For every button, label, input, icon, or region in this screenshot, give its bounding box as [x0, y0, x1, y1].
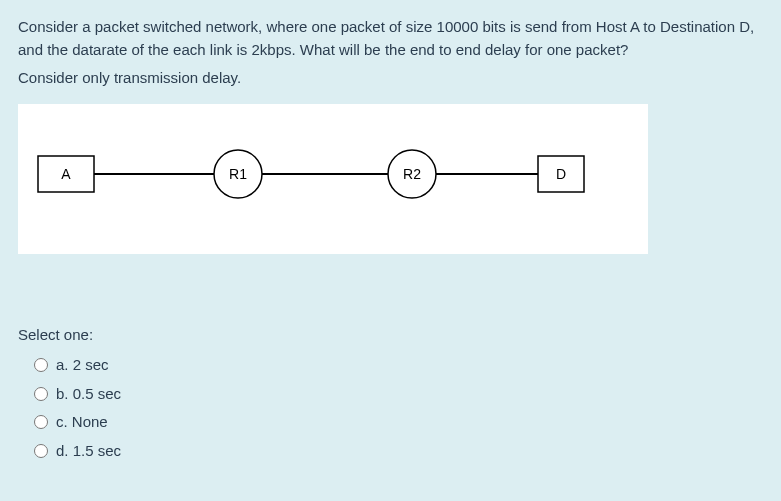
option-b-row[interactable]: b. 0.5 sec — [34, 383, 763, 406]
host-a-label: A — [61, 166, 71, 182]
host-d-label: D — [556, 166, 566, 182]
option-c-row[interactable]: c. None — [34, 411, 763, 434]
network-diagram: A R1 R2 D — [18, 104, 648, 254]
option-a-radio[interactable] — [34, 358, 48, 372]
option-d-label[interactable]: d. 1.5 sec — [56, 440, 121, 463]
option-c-radio[interactable] — [34, 415, 48, 429]
option-a-row[interactable]: a. 2 sec — [34, 354, 763, 377]
diagram-svg: A R1 R2 D — [18, 104, 648, 254]
router-r2-label: R2 — [403, 166, 421, 182]
option-b-label[interactable]: b. 0.5 sec — [56, 383, 121, 406]
option-d-row[interactable]: d. 1.5 sec — [34, 440, 763, 463]
question-paragraph-1: Consider a packet switched network, wher… — [18, 16, 763, 61]
question-paragraph-2: Consider only transmission delay. — [18, 67, 763, 90]
option-c-label[interactable]: c. None — [56, 411, 108, 434]
select-one-label: Select one: — [18, 324, 763, 347]
answer-options: Select one: a. 2 sec b. 0.5 sec c. None … — [18, 324, 763, 463]
option-b-radio[interactable] — [34, 387, 48, 401]
router-r1-label: R1 — [229, 166, 247, 182]
question-text: Consider a packet switched network, wher… — [18, 16, 763, 90]
option-a-label[interactable]: a. 2 sec — [56, 354, 109, 377]
option-d-radio[interactable] — [34, 444, 48, 458]
